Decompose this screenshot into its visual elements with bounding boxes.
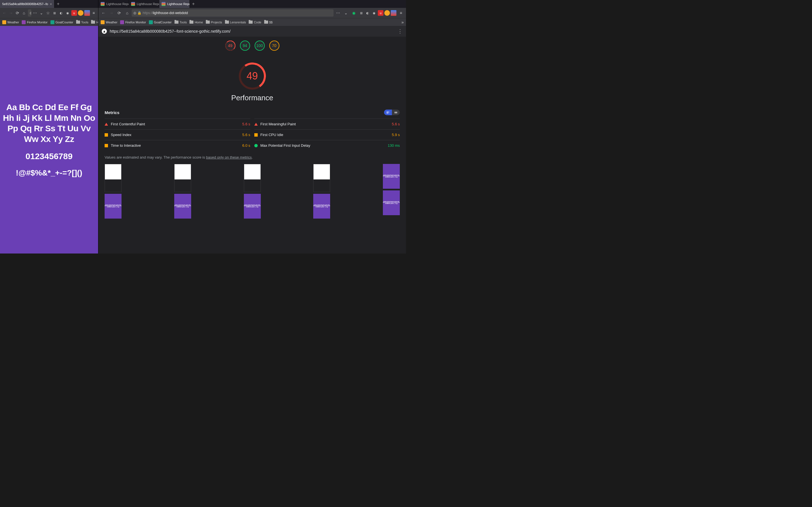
bookmark-item[interactable]: Firefox Monitor bbox=[120, 20, 146, 24]
browser-tab[interactable]: 5e815a84ca88b000080b4257--fo × bbox=[0, 0, 54, 8]
gcal-icon[interactable] bbox=[391, 10, 396, 16]
url-text: https://lighthouse-dot-webdotd bbox=[143, 11, 332, 15]
forward-button[interactable]: → bbox=[108, 10, 115, 16]
tab-strip: Lighthouse Report×Lighthouse Report×Ligh… bbox=[98, 0, 406, 8]
bookmark-folder[interactable]: Lensrentals bbox=[225, 20, 246, 24]
reload-button[interactable]: ⟳ bbox=[15, 10, 20, 16]
bookmark-item[interactable]: Firefox Monitor bbox=[22, 20, 47, 24]
filmstrip-frame[interactable]: Aa Bb Cc Dd Ee Ff Gg Hh Ii Jj Kk Ll Mm N… bbox=[383, 190, 400, 215]
metric-label: Speed Index bbox=[111, 133, 239, 137]
browser-tab[interactable]: Lighthouse Report× bbox=[129, 0, 159, 8]
metric-value: 5.6 s bbox=[392, 122, 400, 126]
bookmark-item[interactable]: Weather bbox=[101, 20, 117, 24]
filmstrip-frame[interactable] bbox=[244, 164, 261, 192]
ext-icon[interactable]: ◉ bbox=[350, 10, 357, 16]
lighthouse-report: ▲ https://5e815a84ca88b000080b4257--font… bbox=[98, 26, 406, 253]
bookmark-item[interactable]: GoatCounter bbox=[149, 20, 172, 24]
ext-icon[interactable] bbox=[78, 10, 84, 16]
filmstrip-frame[interactable] bbox=[105, 164, 121, 192]
new-tab-button[interactable]: + bbox=[54, 1, 62, 6]
forward-button[interactable]: → bbox=[8, 10, 13, 16]
bookmark-folder[interactable]: Code bbox=[249, 20, 261, 24]
ext-icon[interactable]: ⊞ bbox=[52, 10, 57, 16]
metric-row: First CPU Idle5.9 s bbox=[254, 129, 400, 140]
score-gauge[interactable]: 49 bbox=[225, 41, 236, 51]
ext-icon[interactable]: ◐ bbox=[365, 10, 370, 16]
score-gauge[interactable]: 70 bbox=[269, 41, 280, 51]
metric-status-icon bbox=[105, 123, 108, 126]
bookmark-favicon bbox=[22, 20, 26, 24]
score-gauge[interactable]: 94 bbox=[240, 41, 250, 51]
ublock-icon[interactable]: u bbox=[71, 10, 77, 16]
gcal-icon[interactable] bbox=[84, 10, 90, 16]
filmstrip-frame[interactable]: Aa Bb Cc Dd Ee Ff Gg Hh Ii Jj Kk Ll Mm N… bbox=[174, 194, 191, 219]
lh-disclaimer: Values are estimated and may vary. The p… bbox=[98, 151, 406, 163]
bookmark-folder[interactable]: Home bbox=[190, 20, 203, 24]
lighthouse-favicon bbox=[161, 2, 165, 6]
folder-icon bbox=[91, 20, 95, 24]
metric-label: Max Potential First Input Delay bbox=[260, 144, 385, 148]
bookmark-folder[interactable]: Projects bbox=[206, 20, 222, 24]
filmstrip-frame[interactable]: Aa Bb Cc Dd Ee Ff Gg Hh Ii Jj Kk Ll Mm N… bbox=[313, 194, 330, 219]
filmstrip-frame[interactable]: Aa Bb Cc Dd Ee Ff Gg Hh Ii Jj Kk Ll Mm N… bbox=[244, 194, 261, 219]
metric-status-icon bbox=[254, 123, 258, 126]
bookmark-folder[interactable]: Home bbox=[91, 20, 98, 24]
toggle-detailed-icon[interactable] bbox=[384, 110, 392, 115]
folder-icon bbox=[249, 20, 253, 24]
more-button[interactable]: ⋯ bbox=[335, 10, 342, 16]
back-button[interactable]: ← bbox=[100, 10, 107, 16]
home-button[interactable]: ⌂ bbox=[124, 10, 131, 16]
hamburger-menu-icon[interactable]: ≡ bbox=[91, 10, 96, 16]
folder-icon bbox=[206, 20, 210, 24]
browser-tab[interactable]: Lighthouse Report× bbox=[98, 0, 129, 8]
pocket-icon[interactable]: ⌄ bbox=[39, 10, 44, 16]
folder-icon bbox=[264, 20, 268, 24]
bookmark-folder[interactable]: $$ bbox=[264, 20, 273, 24]
tab-title: Lighthouse Report bbox=[137, 2, 159, 6]
lh-kebab-menu-icon[interactable]: ⋮ bbox=[398, 28, 403, 34]
filmstrip-column: Aa Bb Cc Dd Ee Ff Gg Hh Ii Jj Kk Ll Mm N… bbox=[105, 164, 121, 219]
filmstrip-frame[interactable] bbox=[313, 164, 330, 192]
disclaimer-link[interactable]: based only on these metrics bbox=[206, 155, 252, 159]
new-tab-button[interactable]: + bbox=[190, 1, 197, 6]
bookmark-item[interactable]: GoatCounter bbox=[50, 20, 73, 24]
address-bar[interactable]: ◎ 🔒 https://lighthouse-dot-webdotd bbox=[132, 9, 334, 17]
filmstrip-frame[interactable]: Aa Bb Cc Dd Ee Ff Gg Hh Ii Jj Kk Ll Mm N… bbox=[383, 164, 400, 189]
home-button[interactable]: ⌂ bbox=[21, 10, 27, 16]
more-button[interactable]: ⋯ bbox=[33, 10, 38, 16]
metric-value: 5.6 s bbox=[242, 122, 250, 126]
browser-tab[interactable]: Lighthouse Report× bbox=[159, 0, 190, 8]
filmstrip-frame[interactable]: Aa Bb Cc Dd Ee Ff Gg Hh Ii Jj Kk Ll Mm N… bbox=[105, 194, 121, 219]
tab-strip: 5e815a84ca88b000080b4257--fo × + bbox=[0, 0, 98, 8]
metrics-view-toggle[interactable] bbox=[384, 110, 400, 115]
numbers-specimen: 0123456789 bbox=[26, 152, 73, 161]
bookmarks-overflow-icon[interactable]: » bbox=[402, 20, 404, 24]
metric-value: 5.6 s bbox=[242, 133, 250, 137]
score-gauge[interactable]: 100 bbox=[255, 41, 265, 51]
hamburger-menu-icon[interactable]: ≡ bbox=[398, 10, 404, 16]
lh-tested-url: https://5e815a84ca88b000080b4257--font-s… bbox=[110, 29, 395, 34]
ext-icon[interactable]: ⊞ bbox=[358, 10, 364, 16]
ext-icon[interactable]: ◐ bbox=[58, 10, 64, 16]
close-tab-icon[interactable]: × bbox=[50, 2, 52, 6]
bookmark-folder[interactable]: Tools bbox=[174, 20, 187, 24]
metrics-heading: Metrics bbox=[105, 110, 119, 115]
metric-label: First CPU Idle bbox=[260, 133, 389, 137]
filmstrip-frame[interactable] bbox=[174, 164, 191, 192]
right-browser-window: Lighthouse Report×Lighthouse Report×Ligh… bbox=[98, 0, 406, 253]
bookmark-folder[interactable]: Tools bbox=[76, 20, 89, 24]
toggle-compact-icon[interactable] bbox=[392, 110, 400, 115]
bookmark-item[interactable]: Weather bbox=[2, 20, 19, 24]
filmstrip-column: Aa Bb Cc Dd Ee Ff Gg Hh Ii Jj Kk Ll Mm N… bbox=[313, 164, 330, 219]
ext-icon[interactable]: ◉ bbox=[65, 10, 70, 16]
reload-button[interactable]: ⟳ bbox=[116, 10, 123, 16]
pocket-icon[interactable]: ⌄ bbox=[343, 10, 349, 16]
bookmark-star-icon[interactable]: ☆ bbox=[45, 10, 51, 16]
address-bar[interactable]: ◎ 🔒 https://5e815a84ca88b000080 bbox=[28, 9, 31, 17]
ext-icon[interactable]: ◉ bbox=[371, 10, 377, 16]
ext-icon[interactable] bbox=[384, 10, 390, 16]
back-button[interactable]: ← bbox=[2, 10, 7, 16]
ublock-icon[interactable]: u bbox=[378, 10, 384, 16]
metrics-section: Metrics First Contentful Paint5.6 sFirst… bbox=[98, 106, 406, 151]
filmstrip-column: Aa Bb Cc Dd Ee Ff Gg Hh Ii Jj Kk Ll Mm N… bbox=[174, 164, 191, 219]
